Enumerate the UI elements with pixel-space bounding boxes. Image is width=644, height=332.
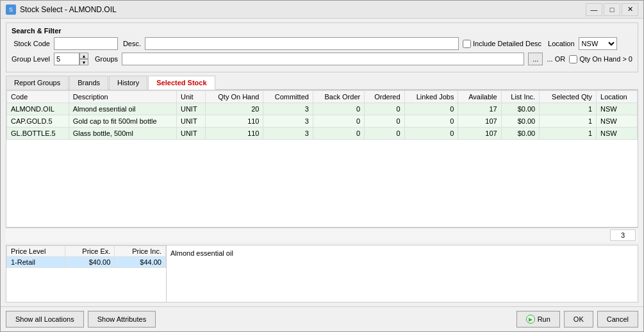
footer: Show all Locations Show Attributes ▶ Run… bbox=[1, 306, 643, 331]
or-text: ... OR bbox=[547, 55, 565, 63]
group-level-input[interactable] bbox=[54, 53, 79, 65]
search-filter-label: Search & Filter bbox=[12, 27, 632, 35]
tabs-bar: Report Groups Brands History Selected St… bbox=[6, 75, 638, 90]
run-button[interactable]: ▶ Run bbox=[516, 311, 560, 328]
show-all-locations-button[interactable]: Show all Locations bbox=[6, 311, 84, 328]
qty-on-hand-label: Qty On Hand > 0 bbox=[569, 55, 632, 63]
show-attributes-button[interactable]: Show Attributes bbox=[88, 311, 156, 328]
ellipsis-button[interactable]: ... bbox=[528, 53, 543, 65]
stock-code-input[interactable] bbox=[54, 37, 118, 50]
col-ordered: Ordered bbox=[365, 91, 404, 103]
col-code: Code bbox=[7, 91, 69, 103]
price-detail-table: Price Level Price Ex. Price Inc. 1-Retai… bbox=[6, 245, 166, 268]
stock-table-container[interactable]: Code Description Unit Qty On Hand Commit… bbox=[6, 90, 638, 228]
stock-code-label: Stock Code bbox=[12, 40, 50, 47]
col-back-order: Back Order bbox=[313, 91, 364, 103]
filter-row-2: Group Level ▲ ▼ Groups ... ... OR Qty On… bbox=[12, 53, 632, 65]
spinner-up[interactable]: ▲ bbox=[79, 53, 88, 59]
tab-history[interactable]: History bbox=[109, 76, 147, 90]
main-window: S Stock Select - ALMOND.OIL — □ ✕ Search… bbox=[0, 0, 644, 332]
footer-right: ▶ Run OK Cancel bbox=[516, 311, 638, 328]
main-content: Search & Filter Stock Code Desc. Include… bbox=[1, 19, 643, 306]
cancel-button[interactable]: Cancel bbox=[597, 311, 638, 328]
group-level-label: Group Level bbox=[12, 55, 50, 63]
price-header-row: Price Level Price Ex. Price Inc. bbox=[7, 246, 166, 257]
col-price-level: Price Level bbox=[7, 246, 65, 257]
minimize-button[interactable]: — bbox=[586, 3, 602, 16]
table-row[interactable]: GL.BOTTLE.5Glass bottle, 500mlUNIT110300… bbox=[7, 128, 638, 140]
table-row[interactable]: ALMOND.OILAlmond essential oilUNIT203000… bbox=[7, 103, 638, 115]
col-linked-jobs: Linked Jobs bbox=[404, 91, 458, 103]
title-bar-left: S Stock Select - ALMOND.OIL bbox=[6, 4, 117, 15]
tab-brands[interactable]: Brands bbox=[69, 76, 108, 90]
col-qty-on-hand: Qty On Hand bbox=[206, 91, 263, 103]
desc-input[interactable] bbox=[145, 37, 459, 50]
stock-table-body: ALMOND.OILAlmond essential oilUNIT203000… bbox=[7, 103, 638, 140]
item-description: Almond essential oil bbox=[170, 249, 233, 257]
close-button[interactable]: ✕ bbox=[622, 3, 638, 16]
window-icon: S bbox=[6, 4, 16, 15]
count-row: 3 bbox=[6, 228, 638, 242]
maximize-button[interactable]: □ bbox=[604, 3, 620, 16]
count-box: 3 bbox=[610, 229, 636, 241]
col-price-inc: Price Inc. bbox=[115, 246, 166, 257]
location-select[interactable]: NSW ALL SYD MEL bbox=[579, 37, 617, 50]
run-icon: ▶ bbox=[526, 315, 535, 324]
col-list-inc: List Inc. bbox=[501, 91, 540, 103]
col-committed: Committed bbox=[263, 91, 313, 103]
location-label: Location bbox=[548, 40, 575, 47]
bottom-panel: Price Level Price Ex. Price Inc. 1-Retai… bbox=[6, 245, 638, 303]
price-table-body: 1-Retail$40.00$44.00 bbox=[7, 257, 166, 268]
desc-area: Almond essential oil bbox=[167, 245, 638, 302]
groups-label: Groups bbox=[92, 55, 118, 63]
price-table: Price Level Price Ex. Price Inc. 1-Retai… bbox=[6, 245, 167, 302]
search-filter-group: Search & Filter Stock Code Desc. Include… bbox=[6, 22, 638, 72]
window-title: Stock Select - ALMOND.OIL bbox=[20, 5, 117, 14]
qty-on-hand-checkbox[interactable] bbox=[569, 55, 577, 63]
tab-selected-stock[interactable]: Selected Stock bbox=[148, 76, 215, 90]
spinner-buttons: ▲ ▼ bbox=[79, 53, 88, 65]
col-description: Description bbox=[69, 91, 176, 103]
table-header-row: Code Description Unit Qty On Hand Commit… bbox=[7, 91, 638, 103]
col-unit: Unit bbox=[176, 91, 205, 103]
col-available: Available bbox=[458, 91, 501, 103]
col-location: Location bbox=[597, 91, 638, 103]
groups-input[interactable] bbox=[122, 53, 524, 65]
filter-row-1: Stock Code Desc. Include Detailed Desc L… bbox=[12, 37, 632, 50]
include-detailed-desc-checkbox[interactable] bbox=[463, 40, 471, 48]
ok-button[interactable]: OK bbox=[564, 311, 593, 328]
tab-report-groups[interactable]: Report Groups bbox=[6, 76, 69, 90]
footer-left: Show all Locations Show Attributes bbox=[6, 311, 156, 328]
col-selected-qty: Selected Qty bbox=[540, 91, 597, 103]
group-level-spinner: ▲ ▼ bbox=[54, 53, 88, 65]
table-row[interactable]: CAP.GOLD.5Gold cap to fit 500ml bottleUN… bbox=[7, 115, 638, 128]
col-price-ex: Price Ex. bbox=[65, 246, 115, 257]
spinner-down[interactable]: ▼ bbox=[79, 59, 88, 65]
desc-label: Desc. bbox=[122, 40, 141, 47]
title-controls: — □ ✕ bbox=[586, 3, 638, 16]
stock-table: Code Description Unit Qty On Hand Commit… bbox=[6, 90, 638, 140]
include-detailed-desc-label: Include Detailed Desc bbox=[463, 40, 541, 48]
price-row[interactable]: 1-Retail$40.00$44.00 bbox=[7, 257, 166, 268]
title-bar: S Stock Select - ALMOND.OIL — □ ✕ bbox=[1, 1, 643, 19]
